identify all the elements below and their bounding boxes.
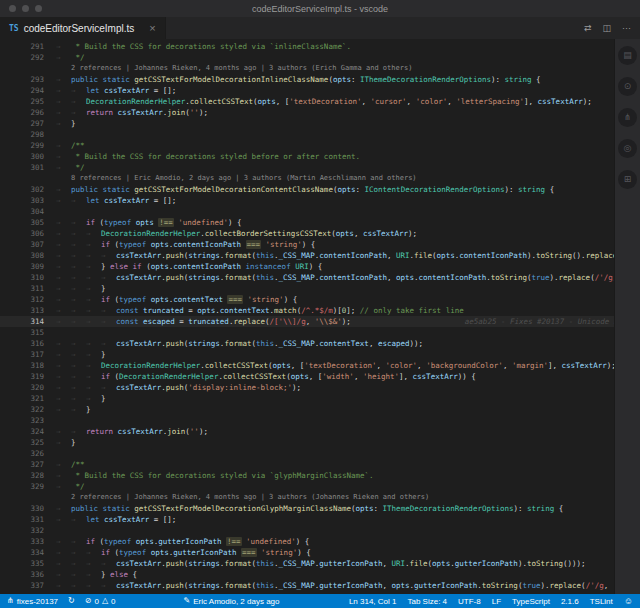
code-line[interactable]: 310→→→→cssTextArr.push(strings.format(th… (0, 272, 614, 283)
line-number[interactable]: 318 (0, 360, 44, 371)
code-line[interactable]: 326 (0, 448, 614, 459)
status-typescript-version[interactable]: 2.1.6 (561, 597, 579, 606)
codelens-text[interactable]: 2 references | Johannes Rieken, 4 months… (44, 63, 614, 74)
gitlens-blame-status[interactable]: ✎ Eric Amodio, 2 days ago (184, 597, 280, 606)
code-line[interactable]: 312→→→if (typeof opts.contentText === 's… (0, 294, 614, 305)
line-number[interactable]: 292 (0, 52, 44, 63)
code-line[interactable]: 298 (0, 129, 614, 140)
code-line[interactable]: 325→} (0, 437, 614, 448)
source-control-icon[interactable]: ⋔ (618, 108, 637, 127)
line-number[interactable]: 293 (0, 74, 44, 85)
line-number[interactable]: 296 (0, 107, 44, 118)
code-line[interactable]: 317→→→} (0, 349, 614, 360)
line-number[interactable]: 303 (0, 195, 44, 206)
code-line[interactable]: 314→→→→const escaped = truncated.replace… (0, 316, 614, 327)
code-line[interactable]: 324→→return cssTextArr.join(''); (0, 426, 614, 437)
extensions-icon[interactable]: ⊞ (618, 170, 637, 189)
line-number[interactable]: 310 (0, 272, 44, 283)
code-line[interactable]: 307→→→if (typeof opts.contentIconPath ==… (0, 239, 614, 250)
code-line[interactable]: 304 (0, 206, 614, 217)
code-line[interactable]: 316→→→→cssTextArr.push(strings.format(th… (0, 338, 614, 349)
status-encoding[interactable]: UTF-8 (458, 597, 481, 606)
status-eol[interactable]: LF (492, 597, 501, 606)
line-number[interactable]: 305 (0, 217, 44, 228)
code-line[interactable]: 308→→→→cssTextArr.push(strings.format(th… (0, 250, 614, 261)
code-line[interactable]: 296→→return cssTextArr.join(''); (0, 107, 614, 118)
line-number[interactable]: 325 (0, 437, 44, 448)
code-line[interactable]: 292→ */ (0, 52, 614, 63)
code-line[interactable]: 301→ */ (0, 162, 614, 173)
git-branch-status[interactable]: ⋔ fixes-20137 (7, 597, 58, 606)
code-line[interactable]: 305→→if (typeof opts !== 'undefined') { (0, 217, 614, 228)
code-line[interactable]: 306→→→DecorationRenderHelper.collectBord… (0, 228, 614, 239)
line-number[interactable]: 316 (0, 338, 44, 349)
line-number[interactable]: 301 (0, 162, 44, 173)
code-line[interactable]: 318→→→DecorationRenderHelper.collectCSST… (0, 360, 614, 371)
code-line[interactable]: 311→→→} (0, 283, 614, 294)
code-line[interactable]: 322→→} (0, 404, 614, 415)
line-number[interactable]: 308 (0, 250, 44, 261)
code-line[interactable]: 302→public static getCSSTextForModelDeco… (0, 184, 614, 195)
line-number[interactable]: 294 (0, 85, 44, 96)
line-number[interactable]: 297 (0, 118, 44, 129)
code-line[interactable]: 336→→→} else { (0, 569, 614, 580)
code-line[interactable]: 293→public static getCSSTextForModelDeco… (0, 74, 614, 85)
close-button[interactable] (9, 5, 16, 12)
code-line[interactable]: 297→} (0, 118, 614, 129)
code-line[interactable]: 299→/** (0, 140, 614, 151)
line-number[interactable]: 304 (0, 206, 44, 217)
code-line[interactable]: 332 (0, 525, 614, 536)
status-tslint-status[interactable]: TSLint (590, 597, 613, 606)
code-line[interactable]: 300→ * Build the CSS for decorations sty… (0, 151, 614, 162)
line-number[interactable]: 291 (0, 41, 44, 52)
line-number[interactable]: 302 (0, 184, 44, 195)
tab-codeeditorserviceimpl[interactable]: TS codeEditorServiceImpl.ts × (0, 17, 166, 39)
line-number[interactable]: 336 (0, 569, 44, 580)
code-line[interactable]: 294→→let cssTextArr = []; (0, 85, 614, 96)
code-line[interactable]: 333→→if (typeof opts.gutterIconPath !== … (0, 536, 614, 547)
line-number[interactable]: 299 (0, 140, 44, 151)
code-line[interactable]: 320→→→→cssTextArr.push('display:inline-b… (0, 382, 614, 393)
line-number[interactable]: 329 (0, 481, 44, 492)
line-number[interactable]: 307 (0, 239, 44, 250)
line-number[interactable]: 300 (0, 151, 44, 162)
code-line[interactable]: 335→→→→cssTextArr.push(strings.format(th… (0, 558, 614, 569)
status-cursor-position[interactable]: Ln 314, Col 1 (349, 597, 397, 606)
line-number[interactable]: 332 (0, 525, 44, 536)
line-number[interactable]: 315 (0, 327, 44, 338)
line-number[interactable]: 309 (0, 261, 44, 272)
search-icon[interactable]: ⊙ (618, 77, 637, 96)
line-number[interactable]: 312 (0, 294, 44, 305)
line-number[interactable]: 311 (0, 283, 44, 294)
zoom-button[interactable] (35, 5, 42, 12)
line-number[interactable]: 320 (0, 382, 44, 393)
line-number[interactable]: 306 (0, 228, 44, 239)
code-line[interactable]: 319→→→if (DecorationRenderHelper.collect… (0, 371, 614, 382)
line-number[interactable]: 313 (0, 305, 44, 316)
code-line[interactable]: 315 (0, 327, 614, 338)
codelens-row[interactable]: 2 references | Johannes Rieken, 4 months… (0, 492, 614, 503)
line-number[interactable]: 323 (0, 415, 44, 426)
editor[interactable]: 291→ * Build the CSS for decorations sty… (0, 39, 614, 594)
code-line[interactable]: 291→ * Build the CSS for decorations sty… (0, 41, 614, 52)
codelens-row[interactable]: 8 references | Eric Amodio, 2 days ago |… (0, 173, 614, 184)
line-number[interactable] (0, 173, 44, 184)
code-line[interactable]: 313→→→→const truncated = opts.contentTex… (0, 305, 614, 316)
explorer-icon[interactable]: ▤ (618, 46, 637, 65)
status-indentation[interactable]: Tab Size: 4 (407, 597, 447, 606)
split-editor-icon[interactable]: ◫ (602, 24, 611, 33)
status-language-mode[interactable]: TypeScript (512, 597, 550, 606)
codelens-text[interactable]: 2 references | Johannes Rieken, 4 months… (44, 492, 614, 503)
code-line[interactable]: 303→→let cssTextArr = []; (0, 195, 614, 206)
line-number[interactable]: 321 (0, 393, 44, 404)
line-number[interactable]: 331 (0, 514, 44, 525)
code-line[interactable]: 328→ * Build the CSS for decorations sty… (0, 470, 614, 481)
open-changes-icon[interactable]: ⇄ (584, 24, 592, 33)
line-number[interactable]: 317 (0, 349, 44, 360)
code-line[interactable]: 327→/** (0, 459, 614, 470)
line-number[interactable] (0, 63, 44, 74)
line-number[interactable]: 324 (0, 426, 44, 437)
code-line[interactable]: 321→→→} (0, 393, 614, 404)
line-number[interactable]: 327 (0, 459, 44, 470)
problems-status[interactable]: ⊘ 0 △ 0 (85, 597, 116, 606)
